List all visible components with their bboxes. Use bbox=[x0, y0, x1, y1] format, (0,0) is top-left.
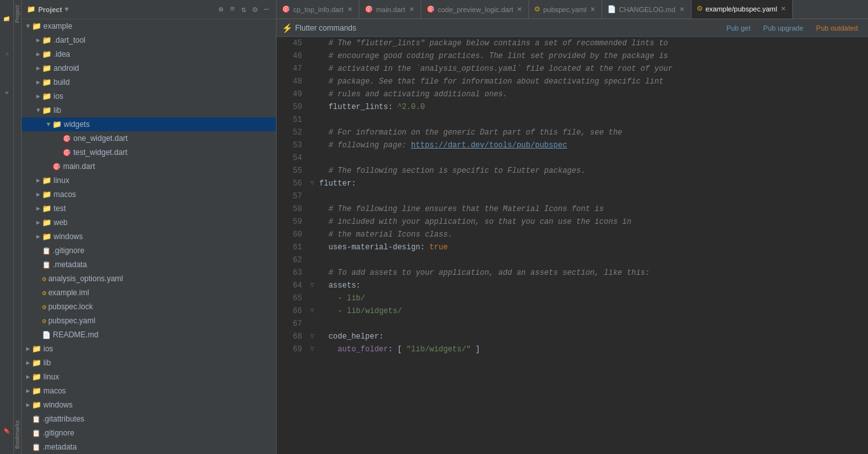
code-text-60: # the material Icons class. bbox=[319, 228, 452, 241]
tree-sort-icon[interactable]: ⇅ bbox=[240, 4, 249, 15]
flutter-icon: ⚡ bbox=[282, 23, 293, 33]
tree-item-build[interactable]: ▶📁build bbox=[22, 75, 276, 89]
chevron-icon: ▶ bbox=[24, 373, 32, 381]
tree-item-linux[interactable]: ▶📁linux bbox=[22, 173, 276, 187]
flutter-commands-label: ⚡ Flutter commands bbox=[282, 23, 356, 33]
tree-item-.gitattributes[interactable]: 📋.gitattributes bbox=[22, 412, 276, 426]
tab-close-example_pubspec[interactable]: ✕ bbox=[779, 4, 787, 13]
tree-item-one_widget.dart[interactable]: 🎯one_widget.dart bbox=[22, 131, 276, 145]
tree-item-test_widget.dart[interactable]: 🎯test_widget.dart bbox=[22, 145, 276, 159]
code-text-66: - lib/widgets/ bbox=[319, 305, 402, 318]
tree-item-web[interactable]: ▶📁web bbox=[22, 216, 276, 230]
tree-item-label: macos bbox=[43, 386, 66, 395]
tab-close-changelog[interactable]: ✕ bbox=[678, 5, 686, 13]
tree-item-label: .metadata bbox=[43, 443, 76, 451]
tab-example_pubspec[interactable]: ⚙ example/pubspec.yaml ✕ bbox=[691, 0, 793, 19]
line-number-59: 59 bbox=[277, 216, 302, 228]
tree-item-lib2[interactable]: ▶📁lib bbox=[22, 356, 276, 370]
tree-item-label: .gitignore bbox=[53, 246, 84, 255]
code-line-49: # rules and activating additional ones. bbox=[310, 88, 868, 101]
tree-item-label: .dart_tool bbox=[54, 36, 85, 45]
code-text-48: # package. See that file for information… bbox=[319, 75, 663, 88]
code-text-50: flutter_lints: ^2.0.0 bbox=[319, 101, 425, 113]
code-content[interactable]: # The "flutter_lints" package below cont… bbox=[305, 37, 868, 454]
code-text-63: # To add assets to your application, add… bbox=[319, 267, 649, 279]
line-number-50: 50 bbox=[277, 101, 302, 113]
tree-collapse-icon[interactable]: — bbox=[262, 4, 271, 15]
bookmarks-activity-item[interactable]: 🔖 bbox=[0, 409, 14, 454]
tree-settings-icon[interactable]: ⚙ bbox=[250, 4, 259, 15]
tree-item-README.md[interactable]: 📄README.md bbox=[22, 328, 276, 342]
tree-item-.gitignore2[interactable]: 📋.gitignore bbox=[22, 426, 276, 440]
chevron-icon: ▶ bbox=[34, 205, 42, 212]
pub-outdated-button[interactable]: Pub outdated bbox=[811, 23, 863, 33]
fold-button-68[interactable]: ▽ bbox=[310, 330, 319, 343]
tree-expand-icon[interactable]: ≡ bbox=[228, 4, 237, 15]
tab-close-code_preview_logic[interactable]: ✕ bbox=[516, 5, 523, 13]
tree-item-ios2[interactable]: ▶📁ios bbox=[22, 342, 276, 356]
tree-item-pubspec.lock[interactable]: ⚙pubspec.lock bbox=[22, 300, 276, 314]
tree-item-.metadata[interactable]: 📋.metadata bbox=[22, 258, 276, 272]
activity-bar: 📁 ⑂ ⇅ 🔖 bbox=[0, 0, 14, 454]
line-number-52: 52 bbox=[277, 126, 302, 139]
tab-main[interactable]: 🎯 main.dart ✕ bbox=[359, 0, 421, 19]
fold-button-69[interactable]: ▽ bbox=[310, 343, 319, 356]
line-number-63: 63 bbox=[277, 267, 302, 279]
folder-icon: 📁 bbox=[32, 344, 41, 354]
tree-item-analysis_options.yaml[interactable]: ⚙analysis_options.yaml bbox=[22, 272, 276, 286]
line-number-61: 61 bbox=[277, 241, 302, 254]
tab-label-main: main.dart bbox=[376, 6, 405, 13]
code-line-46: # encourage good coding practices. The l… bbox=[310, 50, 868, 62]
project-activity-item[interactable]: 📁 bbox=[0, 0, 14, 38]
tree-item-macos2[interactable]: ▶📁macos bbox=[22, 384, 276, 398]
code-line-52: # For information on the generic Dart pa… bbox=[310, 126, 868, 139]
folder-icon: 📁 bbox=[42, 190, 52, 200]
chevron-icon: ▶ bbox=[34, 50, 42, 58]
dart-file-icon: 🎯 bbox=[62, 149, 71, 157]
tab-close-main[interactable]: ✕ bbox=[408, 5, 416, 13]
tree-item-ios[interactable]: ▶📁ios bbox=[22, 89, 276, 103]
tree-item-lib[interactable]: ▼📁lib bbox=[22, 103, 276, 117]
pub-upgrade-button[interactable]: Pub upgrade bbox=[758, 23, 809, 33]
tree-item-widgets[interactable]: ▼📁widgets bbox=[22, 117, 276, 131]
tree-item-example[interactable]: ▼📁example bbox=[22, 19, 276, 33]
line-number-49: 49 bbox=[277, 88, 302, 101]
folder-icon: 📁 bbox=[32, 22, 41, 31]
code-line-67 bbox=[310, 318, 868, 330]
tree-item-macos[interactable]: ▶📁macos bbox=[22, 187, 276, 201]
tree-add-icon[interactable]: ⊕ bbox=[217, 4, 226, 15]
tree-item-android[interactable]: ▶📁android bbox=[22, 61, 276, 75]
tab-close-pubspec[interactable]: ✕ bbox=[589, 5, 597, 13]
code-text-47: # activated in the `analysis_options.yam… bbox=[319, 62, 673, 75]
tree-item-main.dart[interactable]: 🎯main.dart bbox=[22, 159, 276, 173]
line-number-65: 65 bbox=[277, 292, 302, 305]
bookmarks-label[interactable]: Bookmarks bbox=[14, 420, 21, 449]
tree-item-windows[interactable]: ▶📁windows bbox=[22, 230, 276, 244]
tab-changelog[interactable]: 📄 CHANGELOG.md ✕ bbox=[602, 0, 691, 19]
tree-item-idea[interactable]: ▶📁.idea bbox=[22, 47, 276, 61]
tree-item-test[interactable]: ▶📁test bbox=[22, 201, 276, 216]
tab-code_preview_logic[interactable]: 🎯 code_preview_logic.dart ✕ bbox=[421, 0, 530, 19]
tab-cp_top_info[interactable]: 🎯 cp_top_info.dart ✕ bbox=[277, 0, 359, 19]
fold-button-64[interactable]: ▽ bbox=[310, 279, 319, 292]
project-label[interactable]: Project bbox=[14, 5, 21, 23]
commit-activity-item[interactable]: ⑂ bbox=[0, 38, 14, 70]
tree-item-.gitignore[interactable]: 📋.gitignore bbox=[22, 244, 276, 258]
tree-item-.metadata2[interactable]: 📋.metadata bbox=[22, 440, 276, 454]
tab-pubspec[interactable]: ⚙ pubspec.yaml ✕ bbox=[529, 0, 602, 19]
line-number-55: 55 bbox=[277, 165, 302, 177]
tree-item-linux2[interactable]: ▶📁linux bbox=[22, 370, 276, 384]
tree-header: 📁 Project ▼ ⊕ ≡ ⇅ ⚙ — bbox=[22, 0, 276, 19]
fold-button-56[interactable]: ▽ bbox=[310, 177, 319, 190]
fold-button-66[interactable]: ▽ bbox=[310, 305, 319, 318]
tree-item-windows2[interactable]: ▶📁windows bbox=[22, 398, 276, 412]
tree-item-pubspec.yaml[interactable]: ⚙pubspec.yaml bbox=[22, 314, 276, 328]
tab-close-cp_top_info[interactable]: ✕ bbox=[346, 5, 354, 13]
code-line-55: # The following section is specific to F… bbox=[310, 165, 868, 177]
pub-get-button[interactable]: Pub get bbox=[721, 23, 756, 33]
tree-item-example.iml[interactable]: ⚙example.iml bbox=[22, 286, 276, 300]
md-file-icon: 📄 bbox=[42, 331, 51, 339]
pull-requests-activity-item[interactable]: ⇅ bbox=[0, 70, 14, 115]
folder-icon: 📁 bbox=[32, 400, 41, 410]
tree-item-dart_tool[interactable]: ▶📁.dart_tool bbox=[22, 33, 276, 47]
